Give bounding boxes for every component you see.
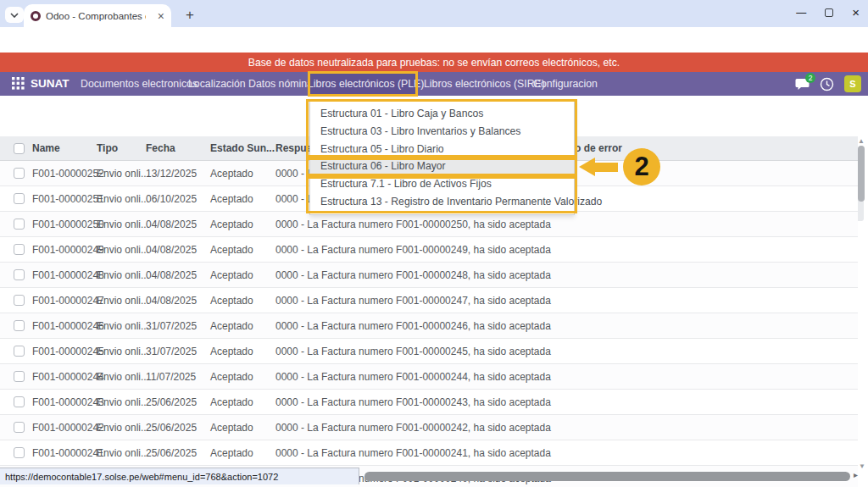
cell-respuesta: 0000 - La Factura numero F001-00000250, … [275, 219, 551, 230]
chevron-down-icon [10, 13, 19, 18]
menu-item-estructura-13[interactable]: Estructura 13 - Registro de Inventario P… [310, 193, 574, 211]
row-checkbox[interactable] [14, 219, 25, 230]
menu-libros-electronicos-ple[interactable]: Libros electrónicos (PLE) [308, 72, 418, 96]
cell-estado: Aceptado [210, 346, 253, 357]
menu-item-estructura-01[interactable]: Estructura 01 - Libro Caja y Bancos [310, 105, 574, 123]
table-row[interactable]: F001-00000246 Envio onli... 31/07/2025 A… [0, 313, 858, 339]
row-checkbox[interactable] [14, 346, 25, 357]
cell-tipo: Envio onli... [97, 244, 149, 256]
window-close-icon[interactable]: × [852, 5, 860, 19]
cell-fecha: 13/12/2025 [146, 168, 197, 180]
horizontal-scrollbar-right-icon[interactable]: ▸ [854, 470, 858, 479]
activities-clock-icon[interactable] [820, 77, 834, 91]
cell-respuesta: 0000 - La Factura numero F001-00000247, … [275, 295, 551, 307]
cell-fecha: 11/07/2025 [146, 371, 196, 383]
cell-estado: Aceptado [210, 168, 253, 180]
cell-name: F001-00000250 [32, 219, 104, 230]
cell-estado: Aceptado [210, 320, 253, 332]
cell-respuesta: 0000 - La Factura numero F001-00000245, … [275, 346, 551, 357]
messages-count-badge: 2 [805, 73, 815, 83]
cell-respuesta: 0000 - La Factura numero F001-00000244, … [275, 371, 551, 383]
cell-estado: Aceptado [210, 269, 253, 281]
row-checkbox[interactable] [14, 295, 25, 306]
neutralized-db-banner: Base de datos neutralizada para pruebas:… [0, 53, 868, 72]
menu-localizacion[interactable]: Localización [183, 72, 251, 96]
row-checkbox[interactable] [14, 193, 25, 204]
table-row[interactable]: F001-00000248 Envio onli... 04/08/2025 A… [0, 263, 858, 288]
table-row[interactable]: F001-00000242 Envio onli... 25/06/2025 A… [0, 415, 858, 440]
horizontal-scrollbar-thumb[interactable] [364, 472, 850, 481]
window-maximize-icon[interactable] [825, 8, 833, 17]
tab-close-icon[interactable]: × [158, 9, 164, 23]
new-tab-button[interactable]: + [180, 5, 200, 25]
table-row[interactable]: F001-00000249 Envio onli... 04/08/2025 A… [0, 237, 858, 263]
cell-fecha: 06/10/2025 [146, 193, 197, 205]
browser-tab[interactable]: Odoo - Comprobantes electron × [24, 4, 171, 27]
table-row[interactable]: F001-00000241 Envio onli... 25/06/2025 A… [0, 440, 858, 466]
tab-title: Odoo - Comprobantes electron [46, 11, 146, 21]
cell-fecha: 04/08/2025 [146, 269, 197, 281]
cell-name: F001-00000252 [32, 168, 104, 180]
cell-estado: Aceptado [210, 447, 253, 459]
cell-name: F001-00000241 [32, 447, 104, 459]
tab-strip-chevron-button[interactable] [5, 7, 24, 23]
annotation-step-badge: 2 [623, 148, 660, 185]
row-checkbox[interactable] [14, 447, 25, 458]
menu-item-estructura-06[interactable]: Estructura 06 - Libro Mayor [310, 158, 574, 175]
user-avatar[interactable]: S [844, 75, 861, 92]
cell-respuesta: 0000 - La Factura numero F001-00000242, … [275, 422, 551, 434]
cell-fecha: 25/06/2025 [146, 396, 197, 408]
cell-respuesta: 0000 - La Factura numero F001-00000248, … [275, 269, 551, 281]
cell-estado: Aceptado [210, 219, 253, 230]
column-header-name[interactable]: Name [32, 142, 60, 154]
table-row[interactable]: F001-00000245 Envio onli... 31/07/2025 A… [0, 339, 858, 364]
cell-estado: Aceptado [210, 396, 253, 408]
vertical-scrollbar-down-icon[interactable]: ▼ [859, 462, 865, 470]
cell-tipo: Envio onli... [97, 320, 149, 332]
cell-tipo: Envio onli... [97, 447, 149, 459]
banner-text: Base de datos neutralizada para pruebas:… [248, 57, 620, 69]
cell-respuesta: 0000 - La Factura numero F001-00000246, … [275, 320, 551, 332]
cell-name: F001-00000247 [32, 295, 104, 307]
odoo-favicon-icon [31, 11, 41, 21]
cell-fecha: 25/06/2025 [146, 422, 197, 434]
column-header-estado[interactable]: Estado Sun... [210, 142, 275, 154]
browser-toolbar: ← → ↻ democontable17.solse.pe/web#action… [0, 27, 868, 53]
menu-item-estructura-71[interactable]: Estructura 7.1 - Libro de Activos Fijos [310, 175, 574, 193]
row-checkbox[interactable] [14, 422, 25, 433]
menu-item-estructura-03[interactable]: Estructura 03 - Libro Inventarios y Bala… [310, 123, 574, 141]
row-checkbox[interactable] [14, 244, 25, 255]
cell-respuesta: 0000 - La Factura numero F001-00000249, … [275, 244, 551, 256]
table-row[interactable]: F001-00000250 Envio onli... 04/08/2025 A… [0, 212, 858, 237]
cell-name: F001-00000243 [32, 396, 104, 408]
cell-name: F001-00000248 [32, 269, 104, 281]
messages-icon[interactable]: 2 [795, 78, 810, 91]
window-minimize-icon[interactable]: — [796, 7, 806, 19]
row-checkbox[interactable] [14, 371, 25, 382]
vertical-scrollbar-thumb[interactable] [858, 146, 865, 202]
menu-datos-nomina[interactable]: Datos nómina [243, 72, 318, 96]
row-checkbox[interactable] [14, 269, 25, 280]
cell-fecha: 31/07/2025 [146, 346, 197, 357]
column-header-fecha[interactable]: Fecha [146, 142, 175, 154]
menu-item-estructura-05[interactable]: Estructura 05 - Libro Diario [310, 141, 574, 158]
row-checkbox[interactable] [14, 168, 25, 179]
vertical-scrollbar-up-icon[interactable]: ▲ [858, 137, 865, 145]
table-row[interactable]: F001-00000243 Envio onli... 25/06/2025 A… [0, 390, 858, 415]
table-row[interactable]: F001-00000244 Envio onli... 11/07/2025 A… [0, 364, 858, 390]
table-row[interactable]: F001-00000247 Envio onli... 04/08/2025 A… [0, 288, 858, 313]
row-checkbox[interactable] [14, 320, 25, 331]
cell-fecha: 04/08/2025 [146, 219, 197, 230]
cell-name: F001-00000246 [32, 320, 104, 332]
cell-name: F001-00000251 [32, 193, 104, 205]
column-header-error[interactable]: o de error [575, 142, 622, 154]
row-checkbox[interactable] [14, 396, 25, 407]
brand-sunat[interactable]: SUNAT [25, 72, 75, 96]
navbar-systray: 2 S [795, 75, 861, 92]
cell-tipo: Envio onli... [97, 295, 149, 307]
select-all-checkbox[interactable] [14, 143, 25, 154]
column-header-tipo[interactable]: Tipo [97, 142, 118, 154]
ple-dropdown-menu: Estructura 01 - Libro Caja y Bancos Estr… [309, 101, 575, 215]
menu-configuracion[interactable]: Configuracion [528, 72, 603, 96]
cell-fecha: 04/08/2025 [146, 295, 197, 307]
